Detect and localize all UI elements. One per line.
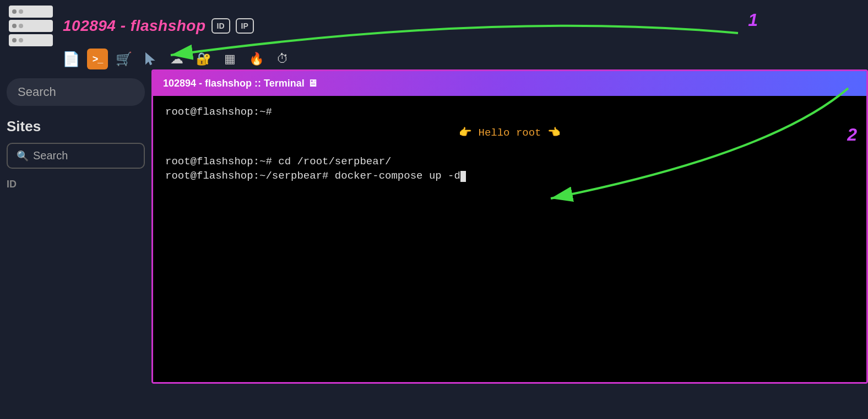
search-icon: 🔍 bbox=[17, 150, 29, 162]
terminal-line-3: root@flashshop:~/serpbear# docker-compos… bbox=[165, 170, 854, 182]
sidebar-search-box[interactable]: 🔍 Search bbox=[7, 143, 145, 169]
toolbar: 📄 >_ 🛒 ☁ 🔐 ▦ 🔥 ⏱ bbox=[0, 46, 868, 69]
server-stack-icon bbox=[9, 6, 53, 46]
terminal-line-2: root@flashshop:~# cd /root/serpbear/ bbox=[165, 155, 854, 168]
sidebar-search-top[interactable]: Search bbox=[7, 78, 145, 106]
terminal-panel: 102894 - flashshop :: Terminal 🖥 root@fl… bbox=[151, 69, 868, 384]
terminal-body[interactable]: root@flashshop:~# 👉 Hello root 👈 root@fl… bbox=[153, 96, 866, 382]
file-icon-btn[interactable]: 📄 bbox=[61, 49, 82, 69]
upload-icon-btn[interactable]: ☁ bbox=[166, 49, 187, 69]
ip-badge[interactable]: IP bbox=[236, 18, 254, 34]
timer-icon-btn[interactable]: ⏱ bbox=[272, 49, 293, 69]
column-id-label: ID bbox=[7, 179, 145, 190]
grid-icon-btn[interactable]: ▦ bbox=[219, 49, 240, 69]
cart-icon-btn[interactable]: 🛒 bbox=[113, 49, 134, 69]
annotation-1: 1 bbox=[748, 10, 758, 30]
lock-icon-btn[interactable]: 🔐 bbox=[193, 49, 214, 69]
sidebar: Search Sites 🔍 Search ID bbox=[0, 69, 151, 384]
terminal-line-1: root@flashshop:~# bbox=[165, 106, 854, 118]
terminal-titlebar: 102894 - flashshop :: Terminal 🖥 bbox=[153, 71, 866, 96]
server-title: 102894 - flashshop bbox=[63, 17, 206, 35]
terminal-title: 102894 - flashshop :: Terminal 🖥 bbox=[163, 78, 317, 89]
network-icon-btn[interactable]: 🔥 bbox=[246, 49, 267, 69]
sites-label: Sites bbox=[7, 118, 145, 135]
terminal-icon-btn[interactable]: >_ bbox=[87, 49, 108, 69]
terminal-hello: 👉 Hello root 👈 bbox=[165, 126, 854, 139]
cursor-icon-btn[interactable] bbox=[140, 49, 161, 69]
terminal-cursor bbox=[460, 171, 466, 182]
id-badge[interactable]: ID bbox=[211, 18, 230, 34]
annotation-2: 2 bbox=[847, 125, 857, 145]
